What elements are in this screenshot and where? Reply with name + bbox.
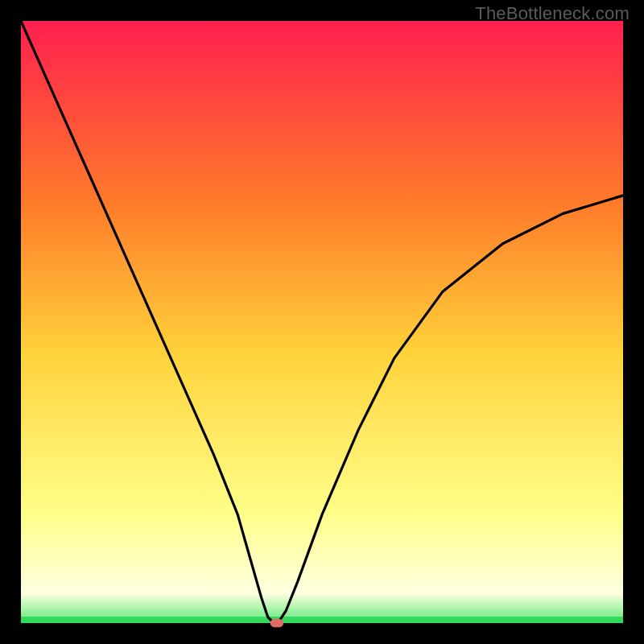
result-marker [270,619,284,628]
bottleneck-chart [0,0,644,644]
plot-background [21,21,623,623]
green-bottom-strip [21,617,623,623]
watermark-text: TheBottleneck.com [475,3,630,24]
chart-frame: TheBottleneck.com [0,0,644,644]
